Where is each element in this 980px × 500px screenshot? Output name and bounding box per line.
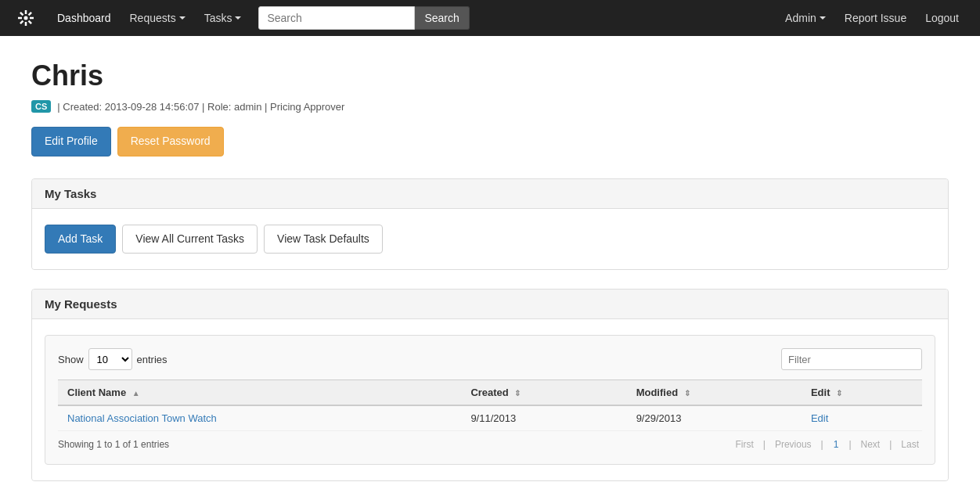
modified-sort-icon: ⇕ — [684, 389, 690, 397]
edit-link[interactable]: Edit — [811, 412, 828, 424]
add-task-button[interactable]: Add Task — [45, 225, 116, 254]
my-requests-header: My Requests — [32, 290, 948, 319]
pagination-separator-2: | — [818, 437, 827, 451]
search-input[interactable] — [258, 6, 415, 30]
col-created[interactable]: Created ⇕ — [461, 380, 626, 406]
main-content: Chris CS | Created: 2013-09-28 14:56:07 … — [0, 36, 980, 500]
tasks-caret — [235, 16, 241, 20]
pagination-previous[interactable]: Previous — [772, 437, 815, 451]
pagination: First | Previous | 1 | Next | Last — [732, 437, 922, 451]
cell-modified: 9/29/2013 — [627, 405, 802, 431]
my-tasks-header: My Tasks — [32, 179, 948, 209]
col-client-name[interactable]: Client Name ▲ — [58, 380, 461, 406]
user-meta-text: | Created: 2013-09-28 14:56:07 | Role: a… — [57, 101, 344, 113]
filter-input[interactable] — [781, 348, 922, 370]
pagination-next[interactable]: Next — [858, 437, 884, 451]
nav-dashboard[interactable]: Dashboard — [48, 0, 121, 36]
admin-caret — [820, 16, 826, 20]
pagination-separator-1: | — [760, 437, 769, 451]
show-label: Show — [58, 354, 84, 365]
pagination-page[interactable]: 1 — [830, 437, 843, 451]
show-entries: Show 10 25 50 100 entries — [58, 348, 168, 370]
client-name-link[interactable]: National Association Town Watch — [67, 412, 217, 424]
entries-label: entries — [137, 354, 168, 365]
client-name-sort-icon: ▲ — [132, 389, 140, 397]
user-meta: CS | Created: 2013-09-28 14:56:07 | Role… — [31, 100, 949, 113]
reset-password-button[interactable]: Reset Password — [117, 127, 224, 156]
table-row: National Association Town Watch 9/11/201… — [58, 405, 922, 431]
page-title: Chris — [31, 59, 949, 92]
my-tasks-body: Add Task View All Current Tasks View Tas… — [32, 209, 948, 270]
my-requests-section: My Requests Show 10 25 50 100 entries — [31, 289, 949, 481]
created-sort-icon: ⇕ — [514, 389, 521, 397]
nav-logout[interactable]: Logout — [916, 0, 968, 36]
my-requests-body: Show 10 25 50 100 entries — [32, 319, 948, 480]
search-form: Search — [258, 6, 469, 30]
svg-point-0 — [24, 16, 28, 20]
svg-line-7 — [29, 13, 32, 16]
edit-sort-icon: ⇕ — [836, 389, 842, 397]
navbar-brand[interactable] — [12, 4, 40, 32]
search-button[interactable]: Search — [415, 6, 469, 30]
pagination-separator-4: | — [886, 437, 895, 451]
svg-line-6 — [29, 21, 32, 24]
svg-line-8 — [20, 21, 23, 24]
nav-tasks[interactable]: Tasks — [195, 0, 251, 36]
pagination-last[interactable]: Last — [898, 437, 922, 451]
cell-edit: Edit — [802, 405, 922, 431]
requests-table-container: Show 10 25 50 100 entries — [45, 335, 935, 465]
table-header-row: Client Name ▲ Created ⇕ Modified ⇕ — [58, 380, 922, 406]
tasks-buttons: Add Task View All Current Tasks View Tas… — [45, 225, 935, 254]
table-footer: Showing 1 to 1 of 1 entries First | Prev… — [58, 431, 922, 451]
nav-requests[interactable]: Requests — [121, 0, 195, 36]
entries-select[interactable]: 10 25 50 100 — [88, 348, 132, 370]
svg-line-5 — [20, 13, 23, 16]
col-modified[interactable]: Modified ⇕ — [627, 380, 802, 406]
showing-text: Showing 1 to 1 of 1 entries — [58, 439, 169, 450]
cell-created: 9/11/2013 — [461, 405, 626, 431]
edit-profile-button[interactable]: Edit Profile — [31, 127, 111, 156]
col-edit[interactable]: Edit ⇕ — [802, 380, 922, 406]
avatar: CS — [31, 100, 51, 113]
requests-caret — [179, 16, 186, 20]
view-task-defaults-button[interactable]: View Task Defaults — [264, 225, 383, 254]
navbar: Dashboard Requests Tasks Search Admin Re… — [0, 0, 980, 36]
cell-client-name: National Association Town Watch — [58, 405, 461, 431]
nav-report-issue[interactable]: Report Issue — [835, 0, 916, 36]
table-controls: Show 10 25 50 100 entries — [58, 348, 922, 370]
requests-table: Client Name ▲ Created ⇕ Modified ⇕ — [58, 379, 922, 431]
nav-admin[interactable]: Admin — [776, 0, 835, 36]
pagination-first[interactable]: First — [732, 437, 756, 451]
profile-actions: Edit Profile Reset Password — [31, 127, 949, 156]
view-all-tasks-button[interactable]: View All Current Tasks — [122, 225, 258, 254]
pagination-separator-3: | — [845, 437, 854, 451]
my-tasks-section: My Tasks Add Task View All Current Tasks… — [31, 178, 949, 271]
navbar-right: Admin Report Issue Logout — [776, 0, 968, 36]
